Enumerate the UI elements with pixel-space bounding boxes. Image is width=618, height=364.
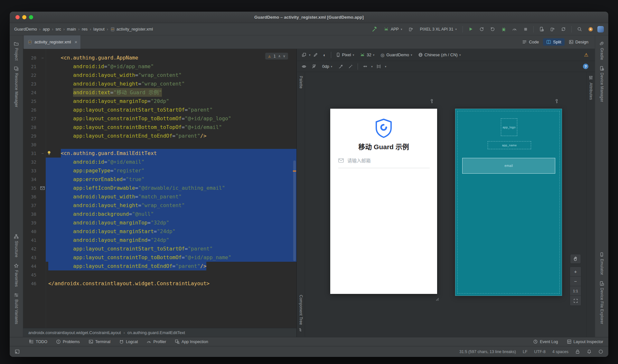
autoconnect-magnet-icon[interactable] <box>310 63 318 70</box>
code-line-text[interactable]: <cn.authing.guard.EmailEditText <box>46 149 296 158</box>
close-window-button[interactable] <box>15 15 20 19</box>
minimize-window-button[interactable] <box>22 15 26 19</box>
blueprint-screen[interactable]: app_logo app_name email <box>455 109 562 296</box>
mode-design-button[interactable]: Design <box>566 38 592 46</box>
design-warning-icon[interactable]: ⚠ <box>584 52 588 58</box>
mode-code-button[interactable]: Code <box>519 38 542 46</box>
device-manager-icon[interactable] <box>538 25 546 33</box>
code-line-text[interactable]: android:background="@null" <box>46 210 296 218</box>
lock-icon[interactable] <box>575 349 580 354</box>
tool-window-button-emulator[interactable]: Emulator <box>599 252 604 275</box>
tool-window-button-resource-manager[interactable]: Resource Manager <box>14 66 19 107</box>
debug-icon[interactable] <box>500 25 508 33</box>
tool-window-button-structure[interactable]: Structure <box>14 234 19 257</box>
code-line-text[interactable]: app:layout_constraintStart_toStartOf="pa… <box>46 105 296 114</box>
default-margin-select[interactable]: 0dp ▾ <box>320 63 334 70</box>
help-icon[interactable]: ? <box>583 64 588 69</box>
editor-breadcrumb-item[interactable]: cn.authing.guard.EmailEditText <box>127 330 185 335</box>
gradle-sync-icon[interactable] <box>559 25 567 33</box>
tab-close-icon[interactable]: × <box>74 39 77 45</box>
blueprint-app-name[interactable]: app_name <box>488 141 531 149</box>
component-tree-tab[interactable]: Component Tree <box>299 295 303 325</box>
toolwindows-toggle-icon[interactable] <box>15 349 20 354</box>
design-surface-icon[interactable] <box>300 51 308 59</box>
editor-breadcrumb-item[interactable]: androidx.constraintlayout.widget.Constra… <box>28 330 121 335</box>
code-line-text[interactable]: android:text="移动 Guard 示例" <box>46 88 296 97</box>
breadcrumb-item-activity-register-xml[interactable]: activity_register.xml <box>110 27 153 32</box>
code-line-text[interactable]: app:pageType="register" <box>46 166 296 175</box>
app-logo-shield-icon[interactable] <box>375 118 393 138</box>
tool-button-terminal[interactable]: Terminal <box>89 339 110 344</box>
code-line-text[interactable]: android:layout_width="match_parent" <box>46 192 296 201</box>
infer-constraints-icon[interactable] <box>347 63 354 70</box>
code-line-text[interactable]: <cn.authing.guard.AppName <box>46 53 296 62</box>
zoom-window-button[interactable] <box>29 15 33 19</box>
prev-warning-icon[interactable]: ∧ <box>278 54 281 58</box>
line-separator[interactable]: LF <box>523 350 528 354</box>
caret-position[interactable]: 31:5 (597 chars, 13 line breaks) <box>459 350 516 354</box>
attributes-tab[interactable]: Attributes <box>589 83 593 100</box>
code-editor[interactable]: 20− <cn.authing.guard.AppName21 android:… <box>23 49 296 328</box>
zoom-in-button[interactable]: + <box>570 267 581 277</box>
orientation-icon[interactable]: ◐ <box>321 51 329 59</box>
code-line-text[interactable]: app:layout_constraintTop_toBottomOf="@+i… <box>46 253 296 262</box>
breadcrumb-item-src[interactable]: src <box>56 27 61 32</box>
profile-app-icon[interactable] <box>510 25 519 33</box>
tool-window-button-favorites[interactable]: Favorites <box>14 263 19 287</box>
code-line-text[interactable]: app:layout_constraintEnd_toEndOf="parent… <box>46 132 296 140</box>
code-line-text[interactable]: app:layout_constraintStart_toStartOf="pa… <box>46 244 296 253</box>
file-encoding[interactable]: UTF-8 <box>534 350 546 354</box>
code-line-text[interactable]: android:id="@+id/app_name" <box>46 62 296 71</box>
mode-split-button[interactable]: Split <box>543 38 564 46</box>
tool-button-app-inspection[interactable]: App Inspection <box>175 339 208 344</box>
theme-select[interactable]: ◎ GuardDemo ▾ <box>378 50 414 60</box>
api-version-select[interactable]: 32 ▾ <box>358 51 377 59</box>
zoom-to-fit-button[interactable] <box>570 296 581 305</box>
code-line-text[interactable]: android:layout_marginStart="24dp" <box>46 227 296 236</box>
blueprint-app-logo[interactable]: app_logo <box>501 118 517 136</box>
tool-window-button-gradle[interactable]: Gradle <box>599 41 604 60</box>
app-name-text[interactable]: 移动 Guard 示例 <box>330 141 437 151</box>
code-line-text[interactable]: app:layout_constraintTop_toBottomOf="@+i… <box>46 114 296 123</box>
tool-button-problems[interactable]: Problems <box>56 339 80 344</box>
email-input[interactable]: 请输入邮箱 <box>338 157 430 168</box>
tool-button-todo[interactable]: TODO <box>29 339 47 344</box>
inspections-widget[interactable]: ⚠ 1 ∧ ∨ <box>265 53 288 59</box>
tool-button-layout-inspector[interactable]: Layout Inspector <box>567 339 603 344</box>
palette-tab[interactable]: Palette <box>299 76 303 88</box>
intention-bulb-icon[interactable] <box>47 150 52 157</box>
blueprint-mode-icon[interactable] <box>312 51 320 59</box>
editor-scrollbar[interactable] <box>293 160 296 261</box>
design-device-select[interactable]: Pixel ▾ <box>333 51 357 58</box>
indent-setting[interactable]: 4 spaces <box>552 350 568 354</box>
code-line-text[interactable]: app:layout_constraintEnd_toEndOf="parent… <box>46 262 296 270</box>
zoom-reset-button[interactable]: 1:1 <box>570 286 581 296</box>
code-line-text[interactable]: android:layout_marginTop="20dp" <box>46 97 296 105</box>
code-line-text[interactable] <box>46 140 296 149</box>
stop-icon[interactable] <box>521 25 529 33</box>
editor-tab[interactable]: activity_register.xml × <box>24 35 81 49</box>
code-line-text[interactable]: app:errorEnabled="true" <box>46 175 296 184</box>
code-line-text[interactable]: android:layout_width="wrap_content" <box>46 71 296 79</box>
run-button[interactable] <box>467 25 475 33</box>
run-config-select[interactable]: APP ▾ <box>382 26 404 33</box>
tool-window-button-device-manager[interactable]: Device Manager <box>599 66 604 102</box>
breadcrumb-item-res[interactable]: res <box>82 27 88 32</box>
pack-icon[interactable] <box>361 63 369 70</box>
pair-devices-icon[interactable] <box>548 25 557 33</box>
design-canvas[interactable]: 移动 Guard 示例 请输入邮箱 app_logo app_nam <box>305 72 586 337</box>
ide-status-icon[interactable] <box>598 349 603 354</box>
code-line-text[interactable]: android:layout_height="wrap_content" <box>46 201 296 210</box>
code-line-text[interactable]: android:id="@+id/email" <box>46 158 296 166</box>
tool-button-logcat[interactable]: Logcat <box>119 339 138 344</box>
avatar[interactable] <box>597 26 604 32</box>
breadcrumb-item-guarddemo[interactable]: GuardDemo <box>14 27 37 32</box>
build-hammer-icon[interactable] <box>371 25 379 33</box>
apply-code-changes-icon[interactable] <box>489 25 497 33</box>
tool-button-event-log[interactable]: Event Log <box>533 339 558 344</box>
code-line-text[interactable]: app:leftIconDrawable="@drawable/ic_authi… <box>46 184 296 192</box>
tool-window-button-device-file-explorer[interactable]: Device File Explorer <box>599 281 604 324</box>
breadcrumb-item-app[interactable]: app <box>43 27 50 32</box>
notification-bell-icon[interactable] <box>587 349 592 354</box>
zoom-out-button[interactable]: − <box>570 277 581 286</box>
